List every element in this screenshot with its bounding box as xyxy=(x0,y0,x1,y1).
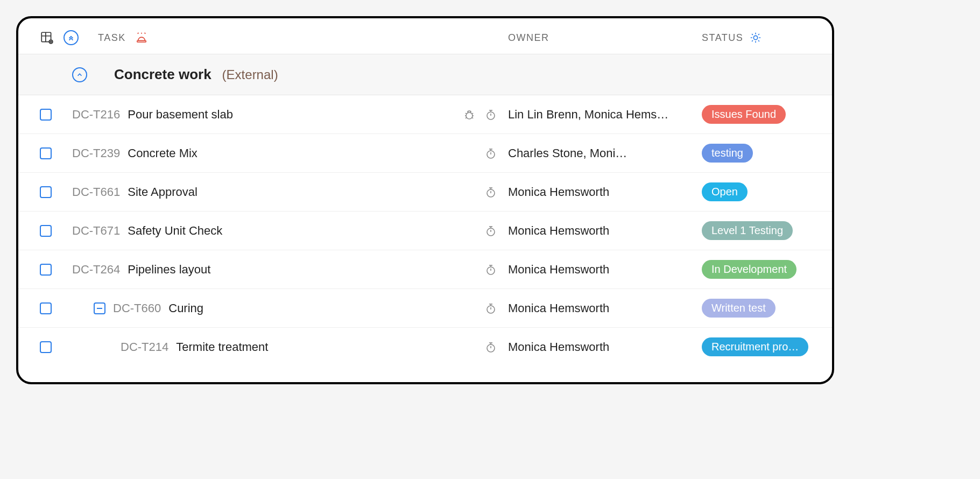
svg-line-14 xyxy=(470,111,471,112)
task-checkbox[interactable] xyxy=(40,186,52,198)
task-owner: Monica Hemsworth xyxy=(508,340,702,354)
timer-icon[interactable] xyxy=(484,108,497,121)
task-title: Safety Unit Check xyxy=(128,224,222,238)
collapse-all-icon[interactable] xyxy=(64,30,79,45)
svg-line-13 xyxy=(468,111,468,112)
task-id: DC-T216 xyxy=(72,108,120,122)
task-checkbox[interactable] xyxy=(40,147,52,159)
column-header-row: TASK OWNER STATUS xyxy=(18,18,832,54)
table-settings-icon[interactable] xyxy=(40,31,54,45)
svg-line-10 xyxy=(472,113,473,114)
task-checkbox[interactable] xyxy=(40,225,52,237)
group-title: Concrete work xyxy=(114,66,211,83)
svg-rect-4 xyxy=(137,41,146,43)
task-row[interactable]: DC-T660CuringMonica HemsworthWritten tes… xyxy=(18,289,832,328)
task-id: DC-T661 xyxy=(72,185,120,199)
status-badge[interactable]: testing xyxy=(702,144,753,163)
task-owner: Monica Hemsworth xyxy=(508,185,702,199)
timer-icon[interactable] xyxy=(484,147,497,160)
task-checkbox[interactable] xyxy=(40,302,52,314)
status-badge[interactable]: Level 1 Testing xyxy=(702,221,793,240)
task-list-window: TASK OWNER STATUS xyxy=(16,16,834,384)
column-header-owner[interactable]: OWNER xyxy=(508,32,702,44)
column-header-status[interactable]: STATUS xyxy=(702,32,743,44)
status-badge[interactable]: Written test xyxy=(702,299,775,318)
group-subtitle: (External) xyxy=(222,67,278,82)
bug-icon[interactable] xyxy=(463,108,476,121)
task-owner: Charles Stone, Moni… xyxy=(508,146,702,160)
svg-line-9 xyxy=(466,113,467,114)
status-badge[interactable]: Open xyxy=(702,182,748,201)
task-title: Pour basement slab xyxy=(128,108,233,122)
task-id: DC-T660 xyxy=(113,301,161,315)
timer-icon[interactable] xyxy=(484,341,497,354)
status-badge[interactable]: Recruitment pro… xyxy=(702,337,808,356)
task-checkbox[interactable] xyxy=(40,341,52,353)
task-title: Termite treatment xyxy=(176,340,268,354)
status-badge[interactable]: In Development xyxy=(702,260,796,279)
timer-icon[interactable] xyxy=(484,224,497,237)
task-owner: Monica Hemsworth xyxy=(508,224,702,238)
task-id: DC-T264 xyxy=(72,263,120,277)
task-rows: DC-T216Pour basement slabLin Lin Brenn, … xyxy=(18,95,832,366)
task-id: DC-T239 xyxy=(72,146,120,160)
timer-icon[interactable] xyxy=(484,302,497,315)
task-row[interactable]: DC-T216Pour basement slabLin Lin Brenn, … xyxy=(18,95,832,134)
task-owner: Lin Lin Brenn, Monica Hems… xyxy=(508,108,702,122)
task-checkbox[interactable] xyxy=(40,109,52,121)
status-badge[interactable]: Issues Found xyxy=(702,105,786,124)
timer-icon[interactable] xyxy=(484,186,497,199)
task-title: Concrete Mix xyxy=(128,146,198,160)
timer-icon[interactable] xyxy=(484,263,497,276)
task-owner: Monica Hemsworth xyxy=(508,301,702,315)
task-owner: Monica Hemsworth xyxy=(508,263,702,277)
status-settings-icon[interactable] xyxy=(750,32,762,44)
subtask-collapse-toggle[interactable] xyxy=(94,302,105,314)
group-header-row[interactable]: Concrete work (External) xyxy=(18,54,832,95)
task-row[interactable]: DC-T671Safety Unit CheckMonica Hemsworth… xyxy=(18,212,832,250)
task-id: DC-T671 xyxy=(72,224,120,238)
task-row[interactable]: DC-T264Pipelines layoutMonica HemsworthI… xyxy=(18,250,832,289)
task-checkbox[interactable] xyxy=(40,264,52,276)
group-collapse-icon[interactable] xyxy=(72,67,87,82)
task-id: DC-T214 xyxy=(121,340,168,354)
svg-line-12 xyxy=(472,117,473,118)
task-row[interactable]: DC-T214Termite treatmentMonica Hemsworth… xyxy=(18,328,832,366)
task-title: Pipelines layout xyxy=(128,263,210,277)
task-title: Curing xyxy=(168,301,203,315)
task-title: Site Approval xyxy=(128,185,198,199)
svg-point-5 xyxy=(754,36,758,39)
svg-point-6 xyxy=(466,112,473,119)
alert-icon[interactable] xyxy=(136,32,147,44)
column-header-task[interactable]: TASK xyxy=(98,32,126,44)
svg-line-11 xyxy=(466,117,467,118)
task-row[interactable]: DC-T661Site ApprovalMonica HemsworthOpen xyxy=(18,173,832,212)
task-row[interactable]: DC-T239Concrete MixCharles Stone, Moni…t… xyxy=(18,134,832,173)
